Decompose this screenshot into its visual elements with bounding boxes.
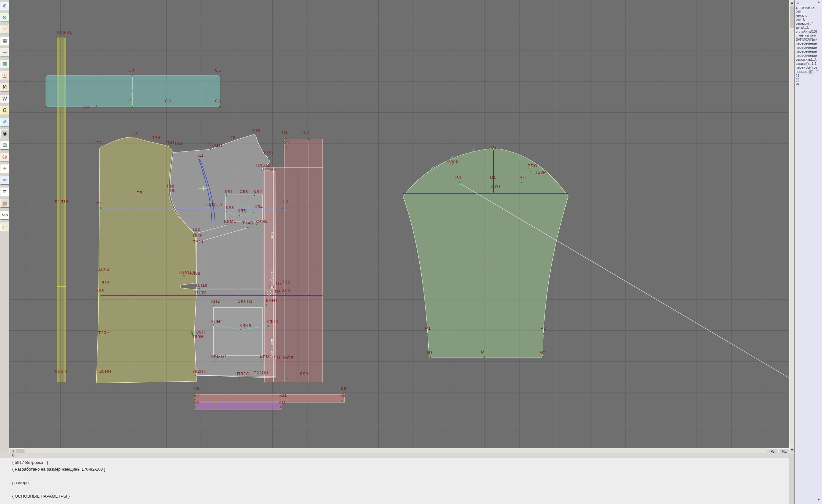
- canvas-hscrollbar[interactable]: ◄: [9, 448, 789, 453]
- zoom-in-icon[interactable]: ⊕: [0, 2, 9, 10]
- measure-line-icon[interactable]: ⊸: [0, 48, 9, 57]
- point-label: Т1: [97, 141, 102, 145]
- point-label: КРМН2: [211, 355, 227, 359]
- pattern-point: [213, 361, 214, 362]
- point-label: П6: [275, 290, 281, 294]
- marker-dot: [132, 90, 133, 91]
- pattern-shape: [195, 394, 345, 402]
- point-label: Т20НН: [97, 369, 111, 373]
- zoom-tool-icon[interactable]: ⊙: [0, 13, 9, 22]
- point-label: КРМ2: [256, 219, 268, 223]
- point-label: С2: [215, 99, 221, 103]
- vscroll-down-arrow-icon[interactable]: ▼: [790, 448, 794, 452]
- point-label: Т151: [263, 151, 274, 155]
- chart-icon[interactable]: ▤: [0, 141, 9, 149]
- pattern-point: [261, 169, 262, 170]
- point-label: Т921: [193, 240, 204, 244]
- pattern-point: [543, 333, 544, 335]
- vscroll-thumb[interactable]: [790, 5, 794, 28]
- program-console[interactable]: { 5917 Ветровка }{ Разработано на размер…: [0, 458, 789, 504]
- grab-pattern-icon[interactable]: ☞: [0, 25, 9, 33]
- view-3d-icon[interactable]: 3D: [0, 176, 9, 184]
- measure-line-icon: ⊸: [3, 50, 7, 55]
- clear-icon: ⇦: [3, 224, 7, 229]
- books-icon: ▥: [2, 201, 7, 206]
- console-line: { Разработано на размер женщины 170-92-1…: [12, 466, 789, 473]
- point-label: Т010: [211, 203, 222, 207]
- pattern-point: [239, 378, 240, 379]
- alg-icon[interactable]: ALG: [0, 211, 9, 219]
- point-label: КЛ2: [254, 189, 262, 193]
- point-label: Т920: [192, 233, 203, 237]
- zoom-tool-icon: ⊙: [3, 15, 7, 20]
- pattern-point: [198, 288, 200, 289]
- pattern-point: [194, 375, 196, 376]
- t-marker: Т: [204, 187, 207, 190]
- point-label: М: [481, 350, 485, 354]
- hscroll-left-arrow-icon[interactable]: ◄: [10, 449, 15, 453]
- grid-icon[interactable]: ▦: [0, 37, 9, 45]
- spec-list-icon: ≣: [3, 189, 7, 194]
- point-label: ПЛ1: [301, 130, 310, 134]
- formula-line: :=: [796, 1, 821, 5]
- pattern-point: [493, 192, 494, 193]
- pattern-point: [253, 212, 254, 213]
- point-label: СКЛ: [240, 189, 249, 193]
- pattern-point: [194, 406, 195, 407]
- pattern-point: [282, 207, 283, 209]
- vscroll-up-arrow-icon[interactable]: ▲: [790, 0, 794, 5]
- point-label: РЛ: [455, 175, 461, 179]
- point-label: ПЛ2Л: [237, 372, 249, 376]
- pattern-point: [226, 194, 227, 196]
- point-label: П1Т9: [195, 291, 207, 295]
- canvas-vscrollbar[interactable]: ▲ ▼: [789, 0, 794, 453]
- pattern-point: [263, 378, 264, 380]
- portrait-icon[interactable]: ☺: [0, 153, 9, 161]
- camera-icon[interactable]: ◉: [0, 129, 9, 138]
- point-label: Т41: [167, 141, 175, 145]
- drafting-tools-icon[interactable]: W: [0, 95, 9, 103]
- pattern-m-icon[interactable]: M: [0, 83, 9, 91]
- ruler-icon[interactable]: ✐: [0, 118, 9, 126]
- pattern-point: [280, 406, 282, 408]
- formula-line: лекало: [796, 13, 821, 18]
- formula-panel[interactable]: :=т:=точка(т.х,отллекалоотл_Вотрезок( , …: [794, 0, 822, 504]
- pattern-point: [133, 137, 135, 138]
- point-label: РП: [519, 175, 526, 179]
- camera-icon: ◉: [3, 131, 7, 136]
- point-label: С4: [128, 68, 134, 72]
- alg-icon: ALG: [2, 214, 8, 217]
- spec-list-icon[interactable]: ≣: [0, 187, 9, 196]
- pattern-point: [254, 194, 255, 196]
- pattern-point: [484, 356, 485, 358]
- point-label: Л1П: [213, 143, 222, 147]
- marker-dot: [244, 257, 245, 259]
- pattern-shape: [195, 402, 282, 410]
- pattern-point: [198, 159, 200, 160]
- panel-scroll-down-icon[interactable]: ▼: [818, 498, 820, 501]
- pattern-point: [225, 224, 227, 225]
- panel-scroll-up-icon[interactable]: ▲: [818, 1, 820, 4]
- pattern-shape: [472, 148, 474, 152]
- pattern-point: [183, 275, 184, 276]
- formula-line: пересечение: [796, 54, 821, 58]
- point-label: РПО: [527, 164, 537, 168]
- pattern-shape: [214, 308, 262, 356]
- pattern-point: [213, 324, 214, 326]
- point-label: Т99Н: [192, 335, 203, 339]
- pattern-point: [210, 149, 211, 150]
- marker-dot: [484, 256, 485, 257]
- formula-line: отл_В: [796, 17, 821, 21]
- pattern-canvas[interactable]: ЛЛ6Л41С4С5С1С3С2Т0Т3Т44Т1Т41ТА1Т11Т16Т6Х…: [9, 0, 789, 448]
- point-label: М_МОЛ: [277, 356, 294, 360]
- marker-dot: [228, 395, 229, 397]
- image-icon[interactable]: ▧: [0, 60, 9, 68]
- clear-icon[interactable]: ⇦: [0, 222, 9, 231]
- pattern-point: [521, 182, 522, 183]
- garment-icon[interactable]: ✦: [0, 164, 9, 173]
- hscroll-thumb[interactable]: [15, 449, 24, 453]
- point-label: Т92НН: [192, 369, 207, 373]
- books-icon[interactable]: ▥: [0, 199, 9, 208]
- pattern-g-icon[interactable]: G: [0, 106, 9, 115]
- pattern-piece-icon[interactable]: ◳: [0, 71, 9, 80]
